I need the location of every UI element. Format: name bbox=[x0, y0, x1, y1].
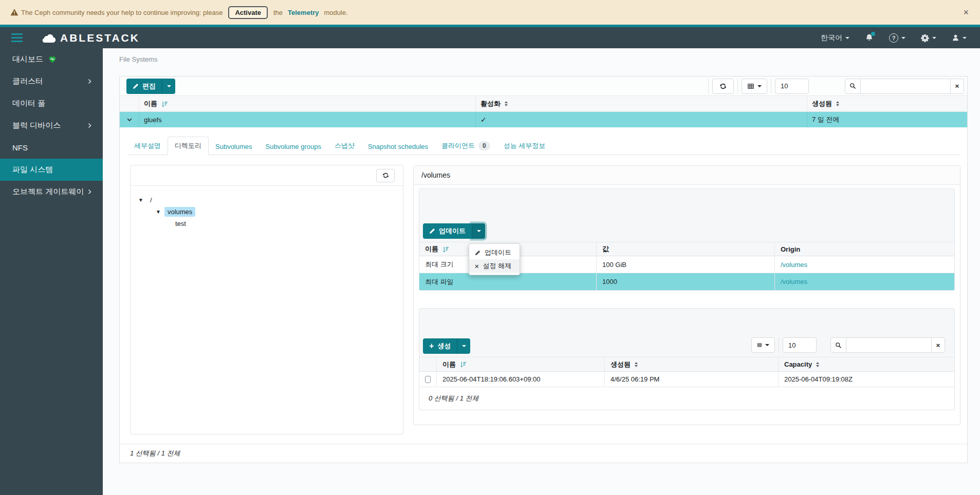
col-header-enabled[interactable]: 활성화 bbox=[476, 96, 807, 111]
quota-row-max-files[interactable]: 최대 파일 1000 /volumes bbox=[419, 273, 954, 290]
sidebar-item-block[interactable]: 블럭 디바이스 bbox=[0, 115, 103, 137]
banner-text-mid: the bbox=[273, 9, 283, 16]
snap-col-created[interactable]: 생성됨 bbox=[605, 357, 779, 371]
update-caret-button[interactable] bbox=[472, 223, 485, 239]
snap-clear-search-button[interactable]: × bbox=[931, 337, 945, 353]
row-detail-area: 세부설명 디렉토리 Subvolumes Subvolume groups 스냅… bbox=[120, 127, 967, 444]
sidebar-item-label: 오브젝트 게이트웨이 bbox=[12, 187, 84, 197]
menu-item-label: 설정 해제 bbox=[483, 261, 512, 271]
sidebar-item-nfs[interactable]: NFS bbox=[0, 137, 103, 159]
tab-clients[interactable]: 클라이언트 0 bbox=[435, 137, 497, 155]
health-heart-icon bbox=[48, 55, 57, 64]
snap-page-size-input[interactable] bbox=[783, 337, 817, 353]
create-caret-button[interactable] bbox=[457, 338, 470, 354]
toolbar-divider bbox=[708, 79, 709, 94]
search-input[interactable] bbox=[861, 79, 950, 94]
banner-close-icon[interactable]: × bbox=[959, 7, 973, 18]
chevron-right-icon bbox=[87, 77, 93, 86]
user-icon bbox=[952, 34, 959, 42]
activate-button[interactable]: Activate bbox=[228, 6, 268, 19]
tree-node-label[interactable]: / bbox=[147, 195, 155, 205]
menu-item-unset[interactable]: × 설정 해제 bbox=[469, 259, 520, 273]
chevron-down-icon bbox=[757, 85, 762, 87]
screen: The Ceph community needs your help to co… bbox=[0, 0, 980, 495]
help-dropdown[interactable]: ? bbox=[889, 33, 905, 43]
toolbar-right: × bbox=[705, 79, 964, 94]
snapshots-panel: + 생성 bbox=[419, 308, 955, 410]
snapshot-row[interactable]: 2025-06-04T18:19:06.603+09:00 4/6/25 06:… bbox=[419, 372, 954, 387]
snap-search-input[interactable] bbox=[846, 337, 931, 353]
cloud-logo-icon bbox=[41, 33, 57, 43]
col-label: Capacity bbox=[784, 360, 812, 368]
snap-column-toggle-button[interactable] bbox=[751, 337, 775, 353]
sidebar-item-filesystems[interactable]: 파일 시스템 bbox=[0, 159, 103, 181]
tree-node-label[interactable]: test bbox=[172, 219, 189, 229]
tree-refresh-button[interactable] bbox=[376, 169, 395, 182]
tree-node-root[interactable]: ▼ / bbox=[138, 194, 403, 206]
clients-count-badge: 0 bbox=[478, 141, 490, 150]
chevron-down-icon bbox=[901, 37, 905, 39]
tab-details[interactable]: 세부설명 bbox=[127, 137, 168, 155]
menu-item-update[interactable]: 업데이트 bbox=[469, 246, 520, 259]
col-header-created[interactable]: 생성됨 bbox=[807, 96, 967, 111]
snapshots-toolbar-right: × bbox=[751, 337, 945, 353]
create-button-label: 생성 bbox=[437, 341, 451, 351]
table-row-gluefs[interactable]: gluefs ✓ 7 일 전에 bbox=[120, 112, 967, 127]
snap-col-capacity[interactable]: Capacity bbox=[779, 357, 954, 371]
origin-link[interactable]: /volumes bbox=[781, 261, 807, 269]
filesystems-table-card: 편집 bbox=[119, 76, 968, 463]
edit-caret-button[interactable] bbox=[162, 79, 175, 94]
tree-node-label-selected[interactable]: volumes bbox=[164, 207, 195, 217]
clear-search-button[interactable]: × bbox=[950, 79, 964, 94]
tree-node-test[interactable]: test bbox=[172, 218, 403, 230]
search-icon-button[interactable] bbox=[845, 79, 861, 94]
user-dropdown[interactable] bbox=[952, 34, 967, 42]
column-toggle-button[interactable] bbox=[742, 79, 767, 94]
language-dropdown[interactable]: 한국어 bbox=[821, 33, 849, 43]
notifications-button[interactable] bbox=[865, 33, 874, 42]
directory-tree: ▼ / ▼ volumes test bbox=[131, 186, 403, 230]
cell-quota-value: 1000 bbox=[597, 273, 775, 290]
col-header-name[interactable]: 이름 bbox=[139, 96, 476, 111]
tab-subvolumes[interactable]: Subvolumes bbox=[209, 139, 259, 155]
telemetry-link[interactable]: Telemetry bbox=[288, 9, 319, 16]
tab-snapshot-schedules[interactable]: Snapshot schedules bbox=[361, 139, 435, 155]
refresh-button[interactable] bbox=[712, 79, 734, 94]
tab-snapshots[interactable]: 스냅샷 bbox=[328, 137, 361, 155]
sort-icon bbox=[505, 101, 508, 106]
sidebar-item-dashboard[interactable]: 대시보드 bbox=[0, 48, 103, 70]
snap-col-name[interactable]: 이름 bbox=[437, 357, 605, 371]
sidebar-item-object-gateway[interactable]: 오브젝트 게이트웨이 bbox=[0, 181, 103, 203]
tree-expand-icon[interactable]: ▼ bbox=[138, 197, 143, 203]
tab-directories[interactable]: 디렉토리 bbox=[168, 137, 209, 155]
row-expand-toggle[interactable] bbox=[120, 112, 139, 127]
edit-button[interactable]: 편집 bbox=[126, 79, 162, 94]
expand-column-header bbox=[120, 96, 139, 111]
menu-toggle-icon[interactable] bbox=[11, 33, 23, 42]
notification-dot bbox=[871, 32, 875, 36]
pencil-icon bbox=[429, 228, 435, 234]
tab-subvolume-groups[interactable]: Subvolume groups bbox=[259, 139, 328, 155]
page-size-input[interactable] bbox=[775, 79, 809, 94]
create-button[interactable]: + 생성 bbox=[423, 338, 457, 354]
sidebar-item-label: 블럭 디바이스 bbox=[12, 121, 61, 130]
sidebar-item-pools[interactable]: 데이터 풀 bbox=[0, 92, 103, 115]
cell-created: 7 일 전에 bbox=[807, 112, 967, 127]
settings-dropdown[interactable] bbox=[921, 34, 936, 42]
update-button[interactable]: 업데이트 bbox=[423, 223, 472, 239]
cell-quota-name: 최대 파일 bbox=[419, 273, 597, 290]
sidebar-item-label: 파일 시스템 bbox=[12, 165, 53, 175]
tab-performance[interactable]: 성능 세부정보 bbox=[497, 137, 552, 155]
table-toolbar: 편집 bbox=[120, 77, 967, 96]
brand-logo[interactable]: ABLESTACK bbox=[41, 32, 140, 44]
tree-node-volumes[interactable]: ▼ volumes bbox=[156, 206, 403, 218]
tree-expand-icon[interactable]: ▼ bbox=[156, 209, 161, 215]
origin-link[interactable]: /volumes bbox=[781, 278, 807, 285]
snap-search-icon-button[interactable] bbox=[830, 337, 846, 353]
breadcrumb[interactable]: File Systems bbox=[119, 55, 157, 63]
row-checkbox[interactable] bbox=[425, 376, 431, 383]
update-button-label: 업데이트 bbox=[439, 226, 466, 236]
cell-snapshot-created: 4/6/25 06:19 PM bbox=[605, 372, 779, 387]
chevron-down-icon bbox=[932, 37, 936, 39]
sidebar-item-cluster[interactable]: 클러스터 bbox=[0, 70, 103, 92]
